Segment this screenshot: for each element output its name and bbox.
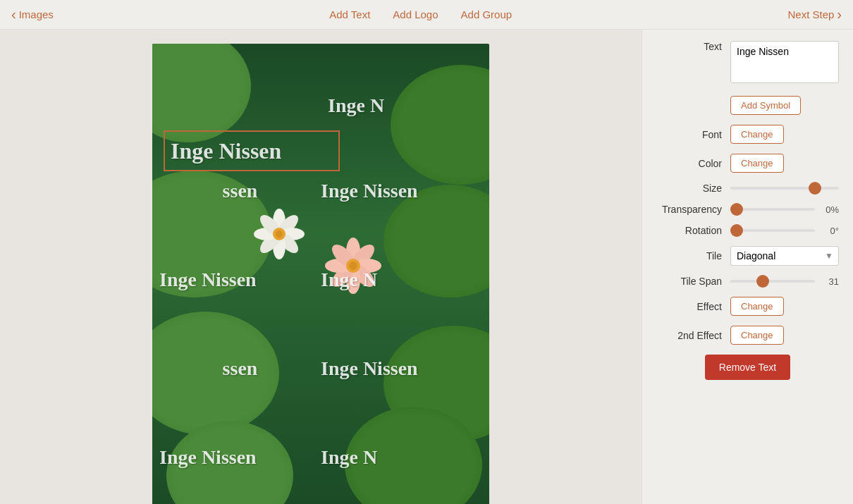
tile-select-wrapper: Diagonal Horizontal Vertical Single ▼ [730,246,839,266]
effect-change-button[interactable]: Change [730,297,784,316]
transparency-value: 0% [819,204,839,215]
chevron-left-icon [11,6,16,23]
tile-span-slider-thumb[interactable] [756,275,769,288]
second-effect-control: Change [730,326,839,345]
tile-control: Diagonal Horizontal Vertical Single ▼ [730,246,839,266]
header-nav: Add Text Add Logo Add Group [329,8,512,20]
watermark-text-5-1: Inge Nissen [159,446,321,469]
second-effect-label: 2nd Effect [656,330,730,341]
image-simulation: Inge Nissen Inge N ssen Inge Nissen Inge… [152,44,489,504]
text-control: Inge Nissen [730,41,839,86]
size-slider-row [730,187,839,190]
transparency-row: Transparency 0% [656,204,839,215]
rotation-value: 0° [819,226,839,236]
back-label: Images [19,8,54,20]
font-control: Change [730,125,839,144]
tile-span-slider-row: 31 [730,276,839,287]
watermark-text-4-1: ssen [159,357,321,380]
watermark-text-selected: Inge Nissen [171,138,281,164]
add-text-link[interactable]: Add Text [329,8,370,20]
next-step-label: Next Step [787,8,834,20]
color-control: Change [730,154,839,173]
second-effect-row: 2nd Effect Change [656,326,839,345]
tile-span-row: Tile Span 31 [656,276,839,287]
add-symbol-control: Add Symbol [730,96,839,115]
font-label: Font [656,129,730,140]
font-row: Font Change [656,125,839,144]
add-symbol-button[interactable]: Add Symbol [730,96,801,115]
transparency-slider-row: 0% [730,204,839,215]
back-button[interactable]: Images [11,6,54,23]
size-slider-track[interactable] [730,187,839,190]
watermark-text-2-1: ssen [159,180,321,202]
rotation-control: 0° [730,226,839,236]
effect-control: Change [730,297,839,316]
tile-label: Tile [656,250,730,262]
remove-text-button[interactable]: Remove Text [705,355,790,380]
text-input[interactable]: Inge Nissen [730,41,839,83]
selected-text-box[interactable]: Inge Nissen [164,130,340,171]
image-container[interactable]: Inge Nissen Inge N ssen Inge Nissen Inge… [152,44,489,504]
text-label: Text [656,41,730,52]
rotation-slider-thumb[interactable] [730,224,743,237]
text-row: Text Inge Nissen [656,41,839,86]
chevron-right-icon [837,6,842,23]
header: Images Add Text Add Logo Add Group Next … [0,0,853,30]
size-control [730,187,839,190]
watermark-overlay: Inge Nissen Inge N ssen Inge Nissen Inge… [152,44,489,504]
watermark-text-3-1: Inge Nissen [159,269,321,291]
effect-row: Effect Change [656,297,839,316]
second-effect-change-button[interactable]: Change [730,326,784,345]
right-panel: Text Inge Nissen Add Symbol Font Change … [642,30,853,504]
size-label: Size [656,183,730,194]
color-label: Color [656,158,730,169]
rotation-row: Rotation 0° [656,225,839,236]
tile-span-value: 31 [819,276,839,287]
add-logo-link[interactable]: Add Logo [393,8,438,20]
rotation-slider-track[interactable] [730,229,815,232]
rotation-slider-row: 0° [730,226,839,236]
rotation-label: Rotation [656,225,730,236]
transparency-label: Transparency [656,204,730,215]
remove-text-row: Remove Text [656,355,839,380]
tile-span-control: 31 [730,276,839,287]
main-content: Inge Nissen Inge N ssen Inge Nissen Inge… [0,30,853,504]
add-symbol-row: Add Symbol [656,96,839,115]
transparency-slider-thumb[interactable] [730,203,743,216]
canvas-area: Inge Nissen Inge N ssen Inge Nissen Inge… [0,30,642,504]
size-row: Size [656,183,839,194]
tile-span-label: Tile Span [656,276,730,287]
color-row: Color Change [656,154,839,173]
watermark-text-5-2: Inge N [321,446,482,469]
size-slider-thumb[interactable] [809,182,821,195]
watermark-text-1-2: Inge N [321,87,482,117]
font-change-button[interactable]: Change [730,125,784,144]
watermark-text-4-2: Inge Nissen [321,357,482,380]
tile-select[interactable]: Diagonal Horizontal Vertical Single [730,246,839,266]
tile-span-slider-track[interactable] [730,280,815,283]
transparency-slider-track[interactable] [730,208,815,211]
next-step-button[interactable]: Next Step [787,6,842,23]
effect-label: Effect [656,301,730,312]
watermark-text-3-2: Inge N [321,269,482,291]
color-change-button[interactable]: Change [730,154,784,173]
size-slider-fill [730,187,815,190]
transparency-control: 0% [730,204,839,215]
add-group-link[interactable]: Add Group [461,8,513,20]
tile-row: Tile Diagonal Horizontal Vertical Single… [656,246,839,266]
watermark-text-2-2: Inge Nissen [321,180,482,202]
